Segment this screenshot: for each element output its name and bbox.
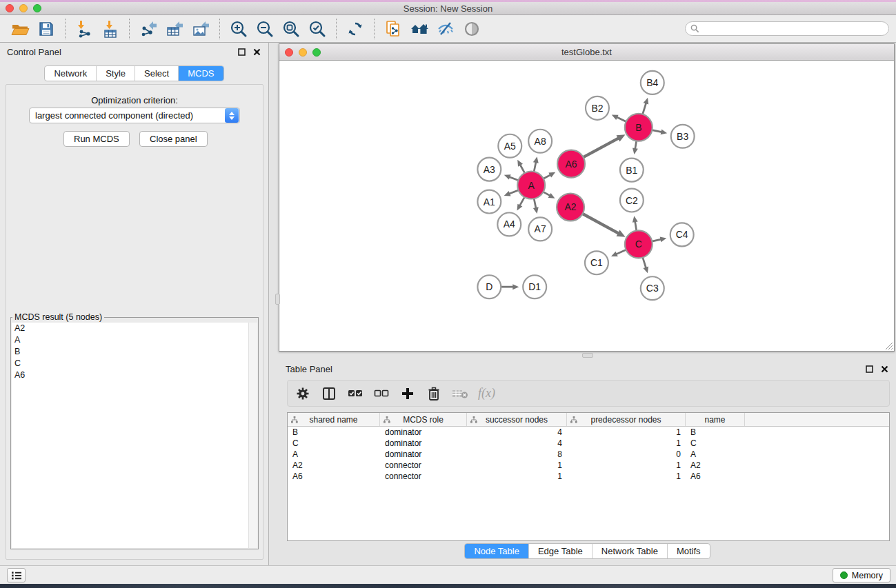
network-minimize-button[interactable] (299, 48, 307, 57)
create-column-button[interactable] (399, 385, 416, 402)
zoom-selected-button[interactable] (304, 18, 330, 40)
column-header-predecessor-nodes[interactable]: predecessor nodes (567, 413, 686, 426)
table-row[interactable]: A2connector11A2 (288, 460, 889, 471)
table-row[interactable]: Bdominator41B (288, 427, 889, 438)
column-header-shared-name[interactable]: shared name (288, 413, 380, 426)
result-list-item[interactable]: A2 (12, 323, 257, 334)
memory-button[interactable]: Memory (833, 568, 890, 582)
result-scrollbar[interactable] (248, 323, 257, 548)
table-cell[interactable]: connector (380, 471, 467, 482)
zoom-in-button[interactable] (226, 18, 252, 40)
result-list-item[interactable]: A (12, 334, 257, 346)
table-cell[interactable]: A6 (288, 471, 380, 482)
import-network-button[interactable] (71, 18, 97, 40)
edge-A-A5[interactable] (521, 165, 525, 172)
copy-network-button[interactable] (380, 18, 406, 40)
column-header-MCDS-role[interactable]: MCDS role (380, 413, 467, 426)
graph-node-B1[interactable]: B1 (620, 159, 644, 182)
table-cell[interactable]: 1 (567, 460, 686, 471)
table-cell[interactable]: A (288, 449, 380, 460)
delete-column-button[interactable] (426, 385, 442, 402)
table-cell[interactable]: C (686, 438, 745, 449)
table-cell[interactable]: dominator (380, 438, 467, 449)
network-maximize-button[interactable] (312, 48, 321, 57)
open-session-button[interactable] (7, 18, 33, 40)
graph-node-A4[interactable]: A4 (497, 212, 521, 236)
table-row[interactable]: Adominator80A (288, 449, 889, 460)
graph-node-A5[interactable]: A5 (498, 134, 521, 158)
search-input[interactable] (685, 21, 889, 36)
edge-A-A7[interactable] (534, 199, 535, 207)
edge-A-A1[interactable] (510, 190, 518, 194)
edge-C-C2[interactable] (635, 222, 637, 230)
node-table[interactable]: shared nameMCDS rolesuccessor nodesprede… (287, 412, 890, 541)
hide-graphics-details-button[interactable] (432, 18, 459, 40)
zoom-fit-button[interactable] (278, 18, 304, 40)
home-button[interactable] (406, 18, 432, 40)
float-panel-button[interactable] (237, 47, 246, 57)
graph-node-A[interactable]: A (517, 172, 545, 199)
tab-select[interactable]: Select (135, 66, 179, 81)
run-mcds-button[interactable]: Run MCDS (63, 131, 130, 147)
table-cell[interactable]: 1 (567, 427, 686, 438)
graph-node-B3[interactable]: B3 (671, 125, 695, 148)
table-cell[interactable]: A2 (686, 460, 745, 471)
table-row[interactable]: A6connector11A6 (288, 471, 889, 482)
table-cell[interactable]: A6 (686, 471, 745, 482)
edge-C-C1[interactable] (617, 250, 626, 254)
close-panel-icon-button[interactable] (252, 47, 261, 57)
table-cell[interactable]: 8 (467, 449, 567, 460)
edge-C-C3[interactable] (643, 258, 646, 267)
graph-node-B2[interactable]: B2 (586, 97, 609, 120)
edge-A2-C[interactable] (583, 214, 618, 234)
table-cell[interactable]: A (686, 449, 745, 460)
column-header-name[interactable]: name (686, 413, 745, 426)
edge-A6-B[interactable] (584, 139, 618, 157)
tab-network[interactable]: Network (45, 66, 97, 81)
select-all-columns-button[interactable] (347, 385, 364, 402)
tab-node-table[interactable]: Node Table (465, 544, 529, 558)
graph-node-D1[interactable]: D1 (523, 275, 546, 298)
edge-B-B1[interactable] (635, 141, 637, 148)
deselect-all-columns-button[interactable] (373, 385, 390, 402)
maximize-window-button[interactable] (33, 4, 41, 12)
criterion-dropdown[interactable]: largest connected component (directed) (29, 108, 240, 123)
import-table-button[interactable] (97, 18, 123, 40)
show-column-panel-button[interactable] (321, 385, 337, 402)
close-panel-button[interactable]: Close panel (139, 131, 208, 147)
minimize-window-button[interactable] (19, 4, 28, 12)
network-canvas[interactable]: B4B2BB3A5A8A6B1A3AC2A1A2A4A7C4CC1C3DD1 (280, 61, 893, 350)
table-cell[interactable]: B (686, 427, 745, 438)
table-cell[interactable]: 1 (567, 471, 686, 482)
graph-node-C2[interactable]: C2 (620, 189, 644, 212)
graph-node-A2[interactable]: A2 (557, 194, 584, 221)
edge-A-A6[interactable] (544, 175, 550, 179)
tab-edge-table[interactable]: Edge Table (529, 544, 593, 558)
table-cell[interactable]: 4 (467, 427, 567, 438)
close-window-button[interactable] (6, 4, 14, 12)
table-settings-button[interactable] (295, 385, 311, 402)
table-cell[interactable]: A2 (288, 460, 380, 471)
export-network-button[interactable] (135, 18, 161, 40)
result-list-item[interactable]: B (12, 346, 257, 358)
graph-node-A3[interactable]: A3 (477, 158, 501, 181)
edge-B-B2[interactable] (617, 117, 626, 121)
resize-gripper[interactable] (884, 341, 893, 350)
float-table-panel-button[interactable] (864, 364, 874, 374)
graph-node-A8[interactable]: A8 (528, 130, 552, 153)
table-cell[interactable]: 1 (467, 460, 567, 471)
tab-network-table[interactable]: Network Table (593, 544, 668, 558)
show-details-button[interactable] (459, 18, 485, 40)
edge-A-A3[interactable] (510, 177, 517, 180)
apply-layout-button[interactable] (342, 18, 368, 40)
edge-A-A4[interactable] (520, 198, 524, 205)
graph-node-A7[interactable]: A7 (528, 217, 552, 241)
zoom-out-button[interactable] (252, 18, 278, 40)
edge-B-B4[interactable] (643, 103, 646, 113)
table-cell[interactable]: 1 (567, 438, 686, 449)
graph-node-D[interactable]: D (477, 275, 501, 298)
table-cell[interactable]: dominator (380, 449, 467, 460)
export-table-button[interactable] (161, 18, 188, 40)
close-table-panel-button[interactable] (879, 364, 889, 374)
result-list-item[interactable]: C (12, 358, 257, 369)
